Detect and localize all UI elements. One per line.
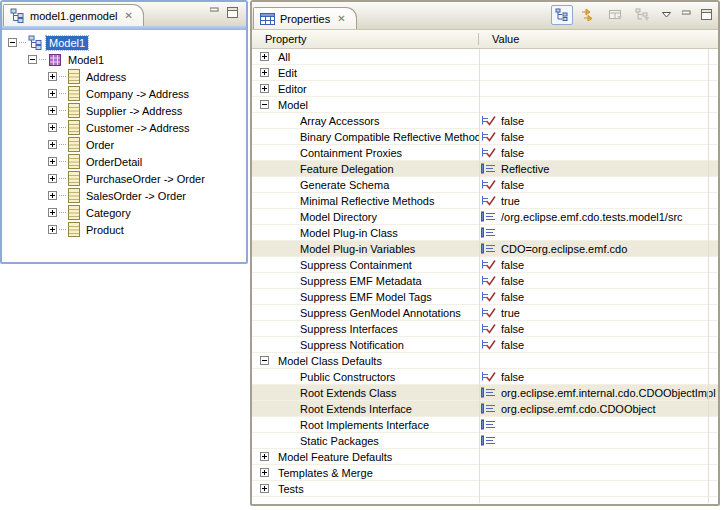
property-cell[interactable]: Root Extends Interface <box>252 403 479 415</box>
value-cell[interactable]: /org.eclipse.emf.cdo.tests.model1/src <box>479 211 718 223</box>
tree-item[interactable]: Customer -> Address <box>2 119 246 136</box>
value-cell[interactable]: false <box>479 339 718 351</box>
table-row[interactable]: Suppress GenModel Annotationstrue <box>252 305 718 321</box>
property-cell[interactable]: Model Directory <box>252 211 479 223</box>
expand-icon[interactable] <box>48 140 57 149</box>
property-cell[interactable]: Model Feature Defaults <box>252 451 479 463</box>
value-cell[interactable]: CDO=org.eclipse.emf.cdo <box>479 243 718 255</box>
property-cell[interactable]: Static Packages <box>252 435 479 447</box>
properties-tab[interactable]: Properties ✕ <box>253 7 357 29</box>
property-cell[interactable]: Tests <box>252 483 479 495</box>
table-row[interactable]: Array Accessorsfalse <box>252 113 718 129</box>
value-cell[interactable]: org.eclipse.emf.internal.cdo.CDOObjectIm… <box>479 387 718 399</box>
property-cell[interactable]: Suppress Interfaces <box>252 323 479 335</box>
value-cell[interactable]: org.eclipse.emf.cdo.CDOObject <box>479 403 718 415</box>
property-cell[interactable]: Generate Schema <box>252 179 479 191</box>
table-row[interactable]: Suppress EMF Metadatafalse <box>252 273 718 289</box>
property-cell[interactable]: Feature Delegation <box>252 163 479 175</box>
property-cell[interactable]: Templates & Merge <box>252 467 479 479</box>
expand-icon[interactable] <box>48 106 57 115</box>
value-cell[interactable]: false <box>479 259 718 271</box>
table-row[interactable]: Root Implements Interface <box>252 417 718 433</box>
show-advanced-properties-icon[interactable] <box>578 5 600 25</box>
value-cell[interactable]: false <box>479 179 718 191</box>
table-row[interactable]: Binary Compatible Reflective Methodsfals… <box>252 129 718 145</box>
collapse-icon[interactable] <box>260 100 269 109</box>
value-cell[interactable]: Reflective <box>479 163 718 175</box>
table-row[interactable]: Public Constructorsfalse <box>252 369 718 385</box>
value-cell[interactable]: false <box>479 371 718 383</box>
value-cell[interactable]: false <box>479 275 718 287</box>
editor-tab[interactable]: model1.genmodel ✕ <box>3 4 144 26</box>
property-cell[interactable]: Edit <box>252 67 479 79</box>
property-cell[interactable]: Editor <box>252 83 479 95</box>
table-row[interactable]: Model Feature Defaults <box>252 449 718 465</box>
property-cell[interactable]: All <box>252 51 479 63</box>
property-cell[interactable]: Model Class Defaults <box>252 355 479 367</box>
tree-item[interactable]: Product <box>2 221 246 238</box>
expand-icon[interactable] <box>260 68 269 77</box>
column-header-property[interactable]: Property <box>252 33 479 45</box>
column-header-value[interactable]: Value <box>479 33 519 45</box>
table-row[interactable]: Model Class Defaults <box>252 353 718 369</box>
table-row[interactable]: Model Plug-in VariablesCDO=org.eclipse.e… <box>252 241 718 257</box>
table-row[interactable]: Suppress Notificationfalse <box>252 337 718 353</box>
property-cell[interactable]: Minimal Reflective Methods <box>252 195 479 207</box>
property-cell[interactable]: Array Accessors <box>252 115 479 127</box>
expand-icon[interactable] <box>260 52 269 61</box>
table-row[interactable]: Static Packages <box>252 433 718 449</box>
minimize-icon[interactable] <box>210 7 220 18</box>
maximize-icon[interactable] <box>227 7 238 18</box>
value-cell[interactable]: false <box>479 323 718 335</box>
value-cell[interactable]: true <box>479 307 718 319</box>
property-cell[interactable]: Root Extends Class <box>252 387 479 399</box>
table-row[interactable]: Root Extends Classorg.eclipse.emf.intern… <box>252 385 718 401</box>
tree-item[interactable]: OrderDetail <box>2 153 246 170</box>
property-cell[interactable]: Suppress Containment <box>252 259 479 271</box>
table-row[interactable]: Suppress Interfacesfalse <box>252 321 718 337</box>
value-cell[interactable]: false <box>479 131 718 143</box>
expand-icon[interactable] <box>48 89 57 98</box>
column-divider[interactable] <box>479 49 480 503</box>
property-cell[interactable]: Binary Compatible Reflective Methods <box>252 131 479 143</box>
collapse-icon[interactable] <box>8 38 17 47</box>
property-cell[interactable]: Containment Proxies <box>252 147 479 159</box>
close-icon[interactable]: ✕ <box>122 10 133 21</box>
tree-item[interactable]: Category <box>2 204 246 221</box>
value-cell[interactable]: false <box>479 115 718 127</box>
table-row[interactable]: Generate Schemafalse <box>252 177 718 193</box>
tree-item[interactable]: PurchaseOrder -> Order <box>2 170 246 187</box>
expand-icon[interactable] <box>48 174 57 183</box>
tree-item[interactable]: Order <box>2 136 246 153</box>
table-row[interactable]: Templates & Merge <box>252 465 718 481</box>
expand-icon[interactable] <box>48 157 57 166</box>
tree-item[interactable]: Model1 <box>2 51 246 68</box>
value-cell[interactable]: false <box>479 291 718 303</box>
table-row[interactable]: Minimal Reflective Methodstrue <box>252 193 718 209</box>
expand-icon[interactable] <box>260 84 269 93</box>
value-cell[interactable] <box>479 435 718 446</box>
tree-item[interactable]: Company -> Address <box>2 85 246 102</box>
property-cell[interactable]: Suppress Notification <box>252 339 479 351</box>
value-cell[interactable]: true <box>479 195 718 207</box>
restore-default-value-icon[interactable] <box>605 5 627 25</box>
property-cell[interactable]: Public Constructors <box>252 371 479 383</box>
property-cell[interactable]: Root Implements Interface <box>252 419 479 431</box>
table-row[interactable]: Edit <box>252 65 718 81</box>
tree-item[interactable]: SalesOrder -> Order <box>2 187 246 204</box>
show-categories-icon[interactable] <box>632 5 654 25</box>
table-row[interactable]: Model Directory/org.eclipse.emf.cdo.test… <box>252 209 718 225</box>
collapse-icon[interactable] <box>260 356 269 365</box>
maximize-icon[interactable] <box>699 5 714 25</box>
expand-icon[interactable] <box>260 484 269 493</box>
table-row[interactable]: Containment Proxiesfalse <box>252 145 718 161</box>
table-row[interactable]: Model <box>252 97 718 113</box>
expand-icon[interactable] <box>48 225 57 234</box>
property-cell[interactable]: Model Plug-in Variables <box>252 243 479 255</box>
table-row[interactable]: Feature DelegationReflective <box>252 161 718 177</box>
close-icon[interactable]: ✕ <box>335 13 346 24</box>
value-cell[interactable] <box>479 227 718 238</box>
tree-item[interactable]: Address <box>2 68 246 85</box>
expand-icon[interactable] <box>48 123 57 132</box>
table-row[interactable]: Tests <box>252 481 718 497</box>
